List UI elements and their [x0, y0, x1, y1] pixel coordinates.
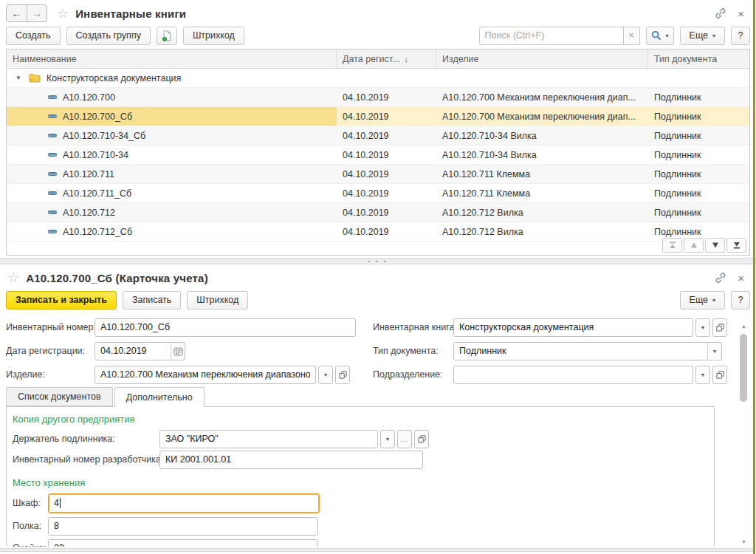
inventory-book-dropdown-button[interactable]: [695, 318, 710, 337]
department-label: Подразделение:: [373, 369, 453, 380]
doc-type-dropdown-button[interactable]: [707, 342, 722, 360]
department-input[interactable]: [453, 366, 693, 384]
scroll-up-icon[interactable]: [738, 321, 749, 331]
shelf-input[interactable]: [48, 517, 318, 536]
department-dropdown-button[interactable]: [695, 366, 710, 384]
calendar-button[interactable]: [171, 342, 185, 360]
table-row-selected[interactable]: А10.120.700_Сб 04.10.2019 А10.120.700 Ме…: [7, 107, 749, 126]
holder-choose-button[interactable]: ...: [397, 430, 412, 448]
inventory-book-open-button[interactable]: [712, 318, 727, 337]
product-input[interactable]: [94, 366, 316, 384]
help-button[interactable]: ?: [731, 291, 750, 310]
list-window-title: Инвентарные книги: [75, 7, 186, 20]
close-card-icon[interactable]: [738, 273, 744, 284]
ellipsis-icon: ...: [400, 435, 408, 443]
card-scrollbar[interactable]: [738, 321, 749, 547]
column-header-date[interactable]: Дата регист...: [337, 49, 436, 68]
tab-documents-list[interactable]: Список документов: [6, 387, 113, 406]
cell-input[interactable]: [48, 539, 318, 547]
chevron-down-icon: [712, 297, 715, 304]
get-link-icon[interactable]: [715, 7, 726, 19]
product-dropdown-button[interactable]: [318, 366, 333, 384]
forward-button[interactable]: [27, 5, 47, 21]
back-button[interactable]: [7, 5, 27, 21]
holder-dropdown-button[interactable]: [380, 430, 395, 448]
cabinet-input[interactable]: 4: [48, 493, 320, 513]
folder-label: Конструкторская документация: [47, 73, 181, 83]
chevron-down-icon: [666, 33, 669, 39]
department-open-button[interactable]: [712, 366, 727, 384]
back-arrow-icon: [12, 7, 22, 19]
column-header-name[interactable]: Наименование: [7, 49, 337, 68]
favorite-star-icon[interactable]: [7, 271, 19, 284]
column-header-product[interactable]: Изделие: [436, 49, 648, 68]
list-window-header: Инвентарные книги: [0, 0, 756, 25]
open-form-icon: [418, 435, 426, 443]
more-button[interactable]: Еще: [680, 27, 725, 45]
column-header-doctype[interactable]: Тип документа: [648, 49, 749, 68]
inventory-book-input[interactable]: [453, 318, 693, 337]
product-open-button[interactable]: [335, 366, 350, 384]
desktop-edge: [753, 0, 755, 554]
create-copy-button[interactable]: [157, 27, 177, 45]
list-toolbar: Создать Создать группу Штрихкод: [0, 25, 756, 49]
window-splitter[interactable]: [0, 258, 756, 264]
create-group-button[interactable]: Создать группу: [66, 27, 151, 45]
holder-label: Держатель подлинника:: [13, 434, 159, 444]
open-form-icon: [716, 371, 724, 379]
doc-type-input[interactable]: [453, 342, 708, 360]
table-row[interactable]: А10.120.712_Сб 04.10.2019 А10.120.712 Ви…: [7, 222, 749, 242]
inventory-number-input[interactable]: [94, 318, 356, 337]
barcode-button[interactable]: Штрихкод: [183, 27, 244, 45]
save-and-close-button[interactable]: Записать и закрыть: [6, 291, 117, 310]
favorite-star-icon[interactable]: [57, 7, 69, 20]
go-up-button[interactable]: [684, 238, 704, 253]
card-fields: Инвентарный номер: Инвентарная книга:: [0, 313, 756, 386]
help-button[interactable]: ?: [731, 27, 750, 45]
sort-desc-icon: [405, 55, 409, 64]
go-down-button[interactable]: [705, 238, 725, 253]
table-row[interactable]: А10.120.711 04.10.2019 А10.120.711 Клемм…: [7, 165, 749, 184]
open-form-icon: [716, 324, 724, 332]
table-row[interactable]: А10.120.710-34_Сб 04.10.2019 А10.120.710…: [7, 126, 749, 146]
reg-date-input[interactable]: [94, 342, 171, 360]
tab-additional[interactable]: Дополнительно: [114, 387, 205, 407]
item-marker-icon: [48, 172, 57, 176]
chevron-down-icon: [386, 436, 389, 442]
scroll-down-icon[interactable]: [738, 536, 749, 547]
search-options-button[interactable]: [646, 27, 674, 45]
item-marker-icon: [48, 211, 57, 214]
search-input[interactable]: [479, 27, 624, 45]
search-clear-button[interactable]: [624, 27, 640, 45]
get-link-icon[interactable]: [715, 272, 726, 284]
item-marker-icon: [48, 114, 57, 118]
text-cursor: [60, 498, 61, 508]
holder-open-button[interactable]: [414, 430, 429, 448]
copy-document-icon: [162, 30, 172, 41]
chevron-down-icon: [701, 324, 704, 331]
inventory-book-label: Инвентарная книга:: [373, 322, 453, 332]
developer-number-input[interactable]: [159, 451, 423, 469]
card-window-title: А10.120.700_Сб (Карточка учета): [26, 272, 208, 284]
close-list-icon[interactable]: [738, 8, 744, 19]
go-first-button[interactable]: [662, 238, 682, 253]
holder-input[interactable]: [159, 430, 378, 448]
reg-date-label: Дата регистрации:: [6, 346, 94, 356]
create-button[interactable]: Создать: [6, 27, 61, 45]
save-button[interactable]: Записать: [123, 291, 181, 310]
cabinet-value: 4: [54, 498, 59, 508]
more-button-label: Еще: [690, 295, 708, 305]
item-marker-icon: [48, 95, 57, 99]
table-row[interactable]: А10.120.710-34 04.10.2019 А10.120.710-34…: [7, 146, 749, 165]
go-last-button[interactable]: [726, 238, 746, 253]
table-row[interactable]: А10.120.712 04.10.2019 А10.120.712 Вилка…: [7, 203, 749, 222]
table-row[interactable]: А10.120.700 04.10.2019 А10.120.700 Механ…: [7, 88, 749, 107]
more-button[interactable]: Еще: [680, 291, 725, 310]
calendar-icon: [173, 346, 183, 356]
barcode-button[interactable]: Штрихкод: [187, 291, 248, 310]
copy-section-title: Копия другого предприятия: [13, 414, 708, 425]
table-group-row[interactable]: Конструкторская документация: [7, 69, 749, 88]
splitter-grip-icon: [368, 259, 388, 264]
collapse-triangle-icon[interactable]: [16, 75, 23, 81]
table-row[interactable]: А10.120.711_Сб 04.10.2019 А10.120.711 Кл…: [7, 184, 749, 203]
